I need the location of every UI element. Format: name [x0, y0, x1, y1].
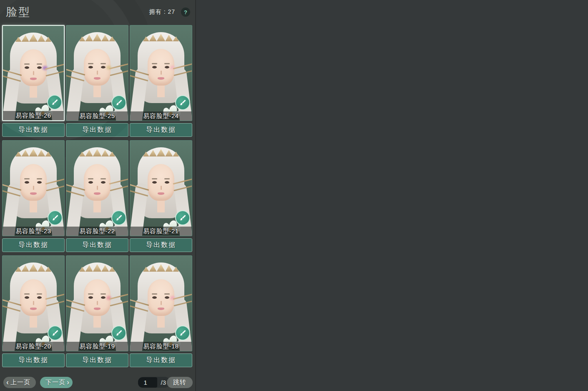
makeup-brush-icon	[111, 325, 126, 341]
neck-shape	[30, 314, 37, 328]
face-name-label: 易容脸型-22	[66, 227, 128, 236]
help-icon[interactable]: ?	[181, 8, 190, 17]
face-card[interactable]: 易容脸型-18	[130, 255, 192, 351]
export-button[interactable]: 导出数据	[2, 123, 65, 137]
mouth-shape	[158, 77, 164, 80]
neck-shape	[30, 84, 37, 98]
nose-shape	[97, 186, 98, 190]
chevron-right-icon: ›	[67, 378, 70, 386]
eyebrows-shape	[88, 63, 93, 64]
neck-shape	[157, 314, 165, 328]
face-card-cell: 易容脸型-23 导出数据	[2, 140, 65, 252]
face-name-label: 易容脸型-24	[130, 111, 192, 121]
eyes-shape	[88, 296, 93, 299]
neck-shape	[93, 199, 101, 212]
brush-glyph	[115, 329, 123, 337]
nose-shape	[33, 71, 34, 75]
face-panel: 脸型 拥有 : 27 ?	[0, 0, 196, 391]
face-card[interactable]: 易容脸型-25	[66, 25, 128, 121]
makeup-brush-icon	[111, 210, 126, 225]
export-button[interactable]: 导出数据	[66, 238, 128, 252]
face-shape	[84, 164, 111, 201]
face-card[interactable]: 易容脸型-21	[130, 140, 192, 236]
eyebrows-shape	[24, 63, 30, 65]
mouth-shape	[158, 192, 164, 195]
export-button[interactable]: 导出数据	[130, 238, 192, 252]
next-page-button[interactable]: 下一页 ›	[40, 377, 73, 388]
eyebrows-shape	[24, 178, 30, 179]
face-card[interactable]: 易容脸型-24	[130, 25, 192, 121]
face-card[interactable]: 易容脸型-20	[2, 255, 65, 351]
face-name-label: 易容脸型-19	[66, 342, 128, 351]
face-card-cell: 易容脸型-18 导出数据	[130, 255, 192, 367]
brush-glyph	[178, 214, 187, 222]
makeup-brush-icon	[48, 325, 63, 341]
mouth-shape	[94, 77, 101, 80]
face-card[interactable]: 易容脸型-23	[2, 140, 65, 236]
nose-shape	[97, 301, 98, 305]
export-button[interactable]: 导出数据	[130, 123, 192, 137]
export-button[interactable]: 导出数据	[130, 353, 192, 367]
eyebrows-shape	[152, 178, 157, 179]
eyes-shape	[152, 296, 157, 299]
neck-shape	[157, 84, 165, 97]
owned-count-label: 拥有 : 27	[149, 8, 175, 16]
face-card-cell: 易容脸型-25 导出数据	[66, 25, 128, 137]
face-name-label: 易容脸型-25	[66, 111, 128, 121]
jump-button[interactable]: 跳转	[167, 377, 193, 388]
face-name-label: 易容脸型-26	[3, 111, 64, 120]
brush-glyph	[50, 98, 59, 106]
face-shape	[20, 164, 47, 201]
mouth-shape	[94, 192, 101, 195]
eyebrows-shape	[152, 63, 157, 64]
face-shape	[148, 164, 174, 201]
face-name-label: 易容脸型-18	[130, 342, 192, 351]
nose-shape	[161, 71, 162, 75]
face-card-cell: 易容脸型-19 导出数据	[66, 255, 128, 367]
makeup-brush-icon	[47, 95, 62, 110]
eyes-shape	[25, 296, 29, 299]
makeup-brush-icon	[175, 325, 190, 341]
neck-shape	[30, 199, 37, 212]
brush-glyph	[115, 98, 123, 107]
eyebrows-shape	[88, 178, 93, 179]
mouth-shape	[30, 78, 37, 80]
nose-shape	[33, 186, 34, 190]
export-button[interactable]: 导出数据	[66, 353, 128, 367]
face-card-cell: 易容脸型-24 导出数据	[130, 25, 192, 137]
pagination-bar: ‹ 上一页 下一页 › 1 /3 跳转	[3, 376, 193, 388]
page-number-input[interactable]: 1	[138, 377, 157, 388]
makeup-brush-icon	[48, 210, 63, 225]
face-name-label: 易容脸型-23	[3, 227, 64, 236]
face-card[interactable]: 易容脸型-19	[66, 255, 128, 351]
face-name-label: 易容脸型-21	[130, 227, 192, 236]
face-card[interactable]: 易容脸型-22	[66, 140, 128, 236]
brush-glyph	[51, 329, 59, 337]
eyes-shape	[88, 181, 93, 184]
face-card-cell: 易容脸型-21 导出数据	[130, 140, 192, 252]
face-card-cell: 易容脸型-26 导出数据	[2, 25, 65, 137]
makeup-brush-icon	[175, 210, 190, 225]
eyes-shape	[25, 66, 29, 69]
eyebrows-shape	[88, 293, 93, 295]
neck-shape	[93, 314, 101, 328]
brush-glyph	[51, 214, 59, 222]
panel-title: 脸型	[6, 5, 31, 20]
export-button[interactable]: 导出数据	[2, 238, 65, 252]
brush-glyph	[178, 329, 187, 337]
makeup-brush-icon	[111, 95, 126, 110]
face-card-cell: 易容脸型-20 导出数据	[2, 255, 65, 367]
nose-shape	[33, 301, 34, 305]
face-card[interactable]: 易容脸型-26	[2, 25, 65, 121]
brush-glyph	[178, 98, 187, 107]
brush-glyph	[115, 214, 123, 222]
prev-page-button[interactable]: ‹ 上一页	[3, 377, 36, 388]
eyes-shape	[25, 181, 29, 184]
eyes-shape	[152, 181, 157, 184]
face-grid: 易容脸型-26 导出数据	[0, 24, 196, 367]
export-button[interactable]: 导出数据	[2, 353, 65, 367]
page-jump-group: 1 /3 跳转	[138, 377, 193, 388]
export-button[interactable]: 导出数据	[66, 123, 128, 137]
makeup-brush-icon	[175, 95, 190, 110]
face-name-label: 易容脸型-20	[3, 342, 64, 351]
